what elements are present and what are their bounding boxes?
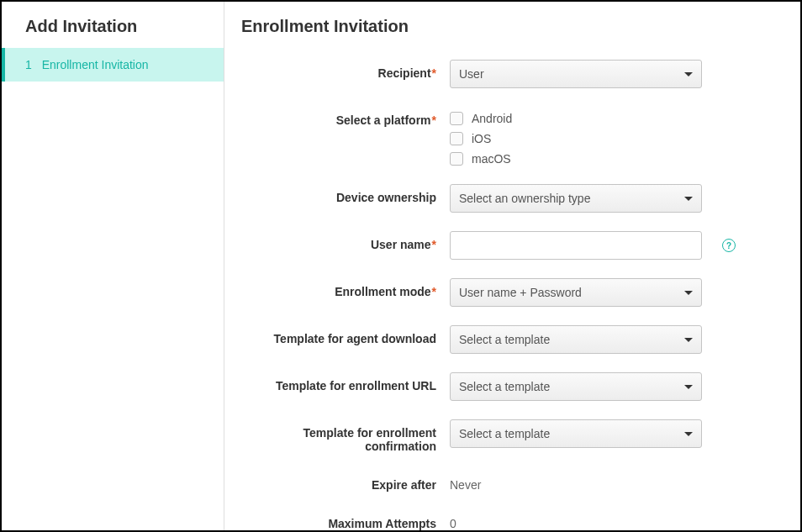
page-title: Enrollment Invitation (241, 17, 784, 36)
step-number: 1 (25, 58, 32, 71)
recipient-select[interactable]: User (450, 60, 702, 88)
ios-label: iOS (472, 132, 491, 145)
macos-label: macOS (472, 152, 511, 166)
help-icon[interactable]: ? (722, 239, 736, 252)
macos-checkbox[interactable] (450, 152, 463, 166)
platform-android-item: Android (450, 112, 512, 125)
label-platform: Select a platform* (241, 107, 450, 127)
ios-checkbox[interactable] (450, 132, 463, 145)
caret-down-icon (684, 291, 693, 295)
row-platform: Select a platform* Android iOS macOS (241, 107, 784, 166)
label-tpl-confirm: Template for enrollment confirmation (241, 419, 450, 453)
label-ownership: Device ownership (241, 184, 450, 204)
label-username: User name* (241, 231, 450, 251)
main-content: Enrollment Invitation Recipient* User Se… (224, 2, 800, 530)
caret-down-icon (684, 197, 693, 201)
ownership-value: Select an ownership type (459, 192, 590, 205)
caret-down-icon (684, 432, 693, 436)
label-expire: Expire after (241, 471, 450, 492)
row-enrollmode: Enrollment mode* User name + Password (241, 278, 784, 307)
ownership-select[interactable]: Select an ownership type (450, 184, 702, 213)
platform-macos-item: macOS (450, 152, 512, 166)
recipient-value: User (459, 67, 484, 81)
platform-ios-item: iOS (450, 132, 512, 145)
row-max-attempts: Maximum Attempts 0 (241, 510, 784, 530)
label-tpl-agent: Template for agent download (241, 325, 450, 345)
sidebar: Add Invitation 1 Enrollment Invitation (2, 2, 224, 530)
label-recipient: Recipient* (241, 60, 450, 80)
row-expire: Expire after Never (241, 471, 784, 492)
caret-down-icon (684, 72, 693, 76)
row-tpl-confirm: Template for enrollment confirmation Sel… (241, 419, 784, 453)
expire-value: Never (450, 471, 481, 492)
tpl-confirm-select[interactable]: Select a template (450, 419, 702, 448)
label-max-attempts: Maximum Attempts (241, 510, 450, 530)
row-username: User name* ? (241, 231, 784, 260)
row-tpl-agent: Template for agent download Select a tem… (241, 325, 784, 354)
label-enrollmode: Enrollment mode* (241, 278, 450, 298)
step-enrollment-invitation[interactable]: 1 Enrollment Invitation (2, 48, 224, 82)
max-attempts-value: 0 (450, 510, 456, 530)
caret-down-icon (684, 338, 693, 342)
tpl-url-value: Select a template (459, 380, 550, 393)
android-label: Android (472, 112, 512, 125)
enrollmode-value: User name + Password (459, 286, 582, 299)
platform-checkbox-group: Android iOS macOS (450, 107, 512, 166)
tpl-agent-value: Select a template (459, 333, 550, 346)
username-input[interactable] (450, 231, 702, 260)
row-ownership: Device ownership Select an ownership typ… (241, 184, 784, 213)
step-label: Enrollment Invitation (42, 58, 149, 71)
android-checkbox[interactable] (450, 112, 463, 125)
row-recipient: Recipient* User (241, 60, 784, 88)
tpl-confirm-value: Select a template (459, 427, 550, 440)
sidebar-title: Add Invitation (2, 2, 224, 48)
enrollmode-select[interactable]: User name + Password (450, 278, 702, 307)
row-tpl-url: Template for enrollment URL Select a tem… (241, 372, 784, 401)
label-tpl-url: Template for enrollment URL (241, 372, 450, 392)
caret-down-icon (684, 385, 693, 389)
tpl-agent-select[interactable]: Select a template (450, 325, 702, 354)
tpl-url-select[interactable]: Select a template (450, 372, 702, 401)
